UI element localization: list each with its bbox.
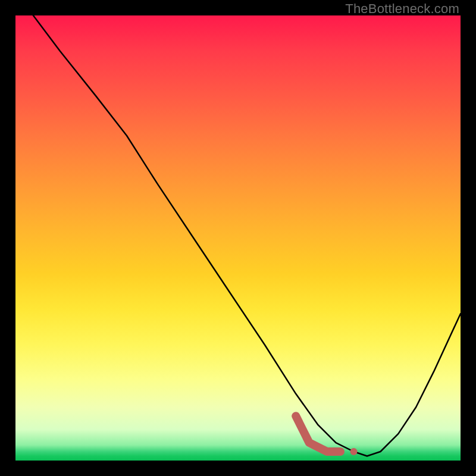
highlight-marker-line bbox=[296, 416, 340, 452]
bottleneck-curve bbox=[33, 15, 461, 456]
watermark-text: TheBottleneck.com bbox=[345, 1, 459, 17]
highlight-marker-dot bbox=[350, 448, 358, 455]
chart-frame bbox=[15, 15, 461, 461]
chart-overlay bbox=[15, 15, 461, 461]
